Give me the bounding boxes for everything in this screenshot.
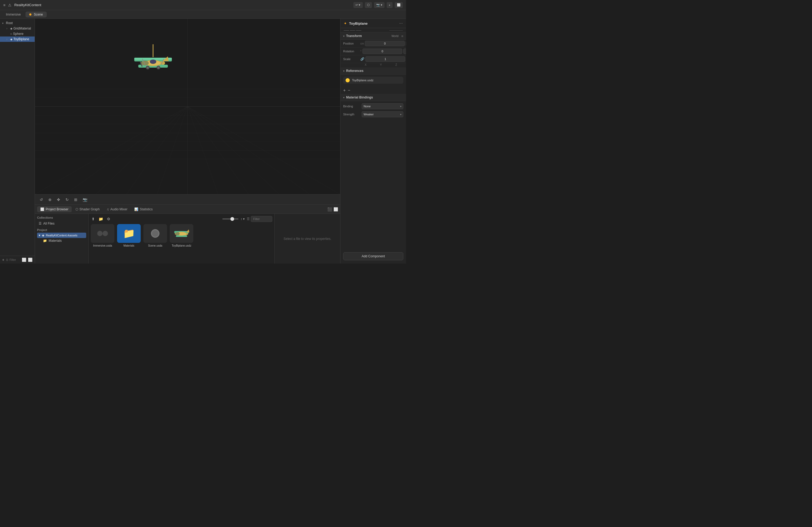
- references-section-header[interactable]: ▾ References: [340, 67, 406, 75]
- zoom-vp-btn[interactable]: ⊞: [73, 196, 79, 203]
- viewport[interactable]: [35, 19, 340, 194]
- references-section: 🟡 ToyBiplane.usdz: [340, 75, 406, 87]
- tab-project-browser[interactable]: ⬜ Project Browser: [37, 206, 72, 212]
- add-vp-btn[interactable]: ⊕: [47, 196, 53, 203]
- sphere-icon: ○: [10, 32, 12, 35]
- tab-dot: [29, 13, 31, 16]
- asset-materials[interactable]: 📁 Materials: [117, 224, 141, 247]
- material-collapse-icon: ▾: [343, 96, 345, 99]
- asset-thumb-toybiplane: [170, 224, 193, 243]
- strength-select[interactable]: Weaker ▾: [362, 111, 403, 117]
- scale-row: Scale 🔗: [340, 55, 406, 63]
- add-btn[interactable]: +: [387, 2, 393, 8]
- position-x[interactable]: [365, 41, 405, 46]
- references-title: References: [346, 69, 403, 73]
- tree-item-toybiplane[interactable]: › ◈ ToyBiplane: [0, 36, 35, 42]
- sphere-label: Sphere: [13, 32, 24, 36]
- world-label: World: [392, 35, 398, 37]
- gridmaterial-label: GridMaterial: [13, 27, 31, 30]
- add-component-btn[interactable]: Add Component: [343, 252, 403, 260]
- tree-root[interactable]: ▾ Root: [0, 20, 35, 26]
- tree-item-sphere[interactable]: ○ Sphere: [0, 31, 35, 36]
- filter-icon2: ☰: [247, 217, 250, 221]
- filter-area: ☰: [247, 216, 272, 222]
- camera-vp-btn[interactable]: 📷: [81, 196, 89, 203]
- viewport-toolbar: ↺ ⊕ ✥ ↻ ⊞ 📷: [35, 194, 340, 205]
- position-label: Position: [343, 42, 359, 45]
- svg-point-27: [141, 61, 149, 65]
- tree-item-gridmaterial[interactable]: › ◈ GridMaterial: [0, 26, 35, 31]
- asset-toybiplane[interactable]: ToyBiplane.usdz: [170, 224, 193, 247]
- undo-vp-btn[interactable]: ↺: [38, 196, 45, 203]
- assets-area: ⬆ 📁 ⚙ ↕ ▾ ☰: [89, 214, 274, 264]
- filter-input[interactable]: [251, 216, 272, 222]
- tab-scene[interactable]: Scene: [26, 12, 46, 17]
- move-vp-btn[interactable]: ✥: [55, 196, 62, 203]
- scale-z-val: Z: [389, 63, 403, 66]
- share-btn[interactable]: ⬡: [365, 2, 372, 8]
- root-label: Root: [6, 21, 13, 25]
- tab-immersive[interactable]: Immersive: [2, 12, 25, 17]
- transform-section-header[interactable]: ▾ Transform World ⊕: [340, 32, 406, 40]
- material-bindings-section-header[interactable]: ▾ Material Bindings: [340, 94, 406, 101]
- inspector-more-btn[interactable]: ···: [399, 21, 403, 26]
- project-rkassets[interactable]: ▾ ◈ RealityKitContent.rkassets: [37, 232, 86, 238]
- asset-thumb-immersive: [91, 224, 114, 243]
- bottom-layout-btn1[interactable]: ⬛: [327, 207, 332, 211]
- layout-btn[interactable]: ⬜: [395, 2, 403, 8]
- collections-title: Collections: [37, 216, 86, 219]
- asset-thumb-materials: 📁: [117, 224, 141, 243]
- menu-icon[interactable]: ≡: [3, 3, 5, 7]
- rotation-fields: [362, 48, 406, 54]
- all-files-label: All Files: [43, 222, 55, 225]
- rkassets-arrow: ▾: [39, 234, 40, 237]
- reference-item[interactable]: 🟡 ToyBiplane.usdz: [343, 77, 403, 84]
- view-toggle-btn2[interactable]: ⬜: [28, 258, 32, 262]
- sort-btn[interactable]: ↕ ▾: [241, 217, 245, 221]
- audio-mixer-icon: ♫: [106, 207, 109, 211]
- rotation-y[interactable]: [403, 48, 406, 54]
- bottom-layout-btn2[interactable]: ⬜: [334, 207, 338, 211]
- view-toggle-btn1[interactable]: ⬜: [22, 258, 26, 262]
- rotate-vp-btn[interactable]: ↻: [64, 196, 70, 203]
- scale-fields: [365, 56, 406, 62]
- position-y[interactable]: [406, 41, 406, 46]
- inspector-icon: ✦: [344, 21, 347, 26]
- asset-scene[interactable]: Scene.usda: [143, 224, 167, 247]
- folder-assets-btn[interactable]: 📁: [98, 216, 104, 222]
- scale-x[interactable]: [365, 56, 405, 62]
- svg-point-39: [103, 231, 108, 236]
- bottom-tabs: ⬜ Project Browser ⬡ Shader Graph ♫ Audio…: [35, 205, 340, 214]
- viewport-grid-svg: [35, 19, 340, 194]
- ref-add-btn[interactable]: +: [343, 88, 346, 93]
- zoom-slider[interactable]: [222, 219, 238, 220]
- center-area: ↺ ⊕ ✥ ↻ ⊞ 📷 ⬜ Project Browser ⬡ Shader G…: [35, 19, 340, 264]
- asset-immersive[interactable]: Immersive.usda: [91, 224, 114, 247]
- inspector-title: ToyBiplane: [349, 21, 397, 26]
- undo-btn[interactable]: ↩ ▾: [353, 2, 362, 8]
- world-icon: ⊕: [401, 35, 403, 37]
- share-assets-btn[interactable]: ⬆: [91, 216, 96, 222]
- filter-label: Filter: [10, 258, 16, 261]
- tab-audio-mixer[interactable]: ♫ Audio Mixer: [103, 206, 130, 212]
- references-footer: + −: [340, 87, 406, 94]
- svg-point-46: [175, 232, 180, 235]
- tab-statistics[interactable]: 📊 Statistics: [131, 206, 156, 212]
- project-materials[interactable]: 📁 Materials: [37, 238, 86, 243]
- select-file-message: Select a file to view its properties.: [284, 237, 331, 241]
- scale-label: Scale: [343, 57, 359, 61]
- settings-assets-btn[interactable]: ⚙: [106, 216, 111, 222]
- ref-remove-btn[interactable]: −: [348, 88, 350, 93]
- rotation-x[interactable]: [362, 48, 402, 54]
- collection-all-files[interactable]: ☰ All Files: [37, 221, 86, 226]
- scale-link-icon[interactable]: 🔗: [360, 57, 364, 61]
- add-scene-item-btn[interactable]: +: [2, 258, 4, 262]
- asset-thumb-scene: [143, 224, 167, 243]
- rotation-label: Rotation: [343, 50, 359, 53]
- rotation-row: Rotation °: [340, 47, 406, 55]
- binding-select[interactable]: None ▾: [362, 103, 403, 109]
- tab-shader-graph[interactable]: ⬡ Shader Graph: [72, 206, 103, 212]
- strength-label: Strength: [343, 113, 361, 116]
- camera-btn[interactable]: 📷 ▾: [374, 2, 385, 8]
- asset-label-immersive: Immersive.usda: [93, 244, 112, 247]
